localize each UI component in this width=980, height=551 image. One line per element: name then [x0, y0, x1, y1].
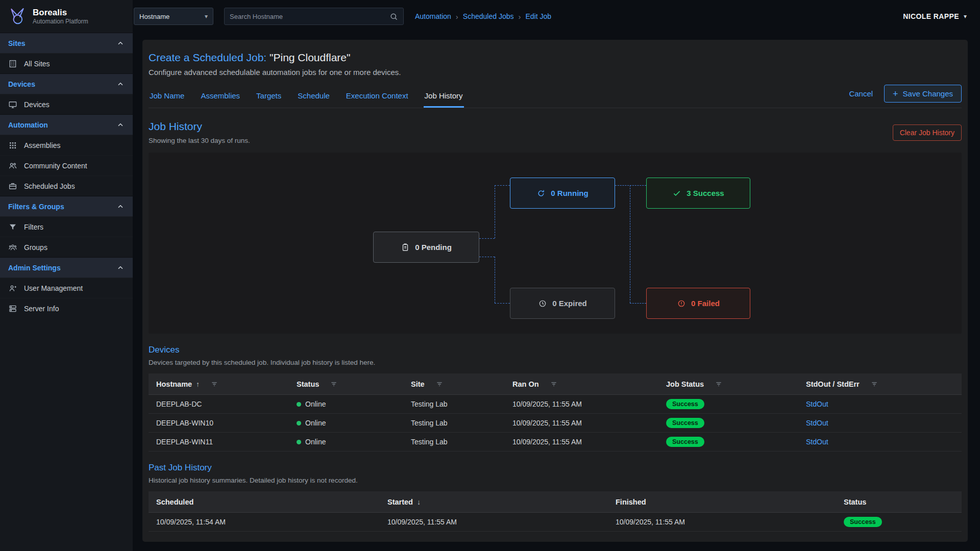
node-success[interactable]: 3 Success	[646, 178, 750, 209]
column-header-job-status[interactable]: Job Status	[658, 380, 798, 388]
section-label: Devices	[8, 80, 35, 88]
cell-finished: 10/09/2025, 11:55 AM	[608, 518, 836, 526]
filter-icon[interactable]	[550, 381, 557, 388]
column-header-status[interactable]: Status	[289, 380, 403, 388]
column-header-hostname[interactable]: Hostname ↑	[149, 380, 289, 388]
column-header-status[interactable]: Status	[836, 498, 962, 506]
cell-site: Testing Lab	[403, 419, 505, 427]
cell-hostname: DEEPLAB-WIN11	[149, 438, 289, 446]
sidebar-section-devices[interactable]: Devices	[0, 73, 133, 94]
filter-icon[interactable]	[436, 381, 443, 388]
sidebar-item-scheduled-jobs[interactable]: Scheduled Jobs	[0, 176, 133, 196]
stdout-link[interactable]: StdOut	[806, 419, 828, 427]
filters-icon	[8, 222, 17, 232]
tab-targets[interactable]: Targets	[255, 86, 282, 108]
sidebar-section-filters-groups[interactable]: Filters & Groups	[0, 196, 133, 216]
edge-running-success	[615, 185, 646, 186]
table-row: DEEPLAB-WIN10 Online Testing Lab 10/09/2…	[149, 414, 962, 433]
breadcrumb-scheduled-jobs[interactable]: Scheduled Jobs	[463, 12, 514, 20]
assemblies-icon	[8, 141, 17, 150]
cell-ran-on: 10/09/2025, 11:55 AM	[505, 400, 658, 408]
tab-bar: Job Name Assemblies Targets Schedule Exe…	[149, 85, 962, 108]
sidebar-item-label: Scheduled Jobs	[24, 182, 75, 190]
column-header-stdout-stderr[interactable]: StdOut / StdErr	[798, 380, 962, 388]
search-icon	[389, 12, 398, 21]
edge-pending-running	[495, 185, 495, 238]
table-row: DEEPLAB-WIN11 Online Testing Lab 10/09/2…	[149, 433, 962, 452]
sidebar-section-sites[interactable]: Sites	[0, 33, 133, 53]
edge-pending-expired	[495, 257, 495, 303]
cancel-button[interactable]: Cancel	[849, 89, 873, 98]
sidebar-item-groups[interactable]: Groups	[0, 237, 133, 257]
sidebar-item-user-management[interactable]: User Management	[0, 278, 133, 298]
online-status-dot	[297, 440, 301, 444]
tab-job-name[interactable]: Job Name	[149, 86, 185, 108]
breadcrumb: Automation › Scheduled Jobs › Edit Job	[415, 12, 551, 21]
tab-assemblies[interactable]: Assemblies	[200, 86, 241, 108]
sidebar-item-server-info[interactable]: Server Info	[0, 298, 133, 318]
hostname-dropdown[interactable]: Hostname ▾	[134, 8, 213, 25]
brand-header: Borealis Automation Platform	[0, 0, 133, 33]
status-badge: Success	[844, 517, 882, 527]
sidebar-item-community-content[interactable]: Community Content	[0, 155, 133, 176]
sidebar-section-automation[interactable]: Automation	[0, 114, 133, 135]
breadcrumb-automation[interactable]: Automation	[415, 12, 451, 20]
table-row: DEEPLAB-DC Online Testing Lab 10/09/2025…	[149, 395, 962, 414]
node-running[interactable]: 0 Running	[510, 178, 615, 209]
sidebar-item-filters[interactable]: Filters	[0, 216, 133, 237]
tab-job-history[interactable]: Job History	[424, 86, 464, 108]
past-job-history-heading: Past Job History	[149, 463, 962, 473]
chevron-up-icon	[116, 264, 125, 272]
filter-icon[interactable]	[715, 381, 722, 388]
cell-status: Online	[289, 438, 403, 446]
scheduled-jobs-icon	[8, 182, 17, 191]
borealis-logo	[7, 6, 28, 27]
column-header-site[interactable]: Site	[403, 380, 505, 388]
page-subtitle: Configure advanced schedulable automatio…	[149, 68, 962, 77]
edit-job-panel: Create a Scheduled Job: "Ping Cloudflare…	[142, 40, 968, 542]
tab-execution-context[interactable]: Execution Context	[345, 86, 409, 108]
filter-icon[interactable]	[330, 381, 337, 388]
devices-table-header: Hostname ↑ Status Site Ran On	[149, 373, 962, 395]
sidebar-item-label: Filters	[24, 223, 43, 231]
column-header-started[interactable]: Started ↓	[380, 498, 608, 506]
search-input[interactable]	[230, 13, 389, 20]
hostname-search[interactable]	[224, 8, 404, 25]
save-changes-button[interactable]: + Save Changes	[884, 85, 962, 103]
cell-started: 10/09/2025, 11:55 AM	[380, 518, 608, 526]
user-menu[interactable]: NICOLE RAPPE ▾	[903, 12, 967, 20]
stdout-link[interactable]: StdOut	[806, 438, 828, 446]
node-expired[interactable]: 0 Expired	[510, 288, 615, 319]
clear-job-history-button[interactable]: Clear Job History	[893, 124, 962, 141]
sidebar-item-label: User Management	[24, 284, 83, 292]
edge-running-failed	[630, 303, 646, 304]
chevron-up-icon	[116, 121, 125, 129]
breadcrumb-edit-job[interactable]: Edit Job	[525, 12, 551, 20]
sidebar-item-assemblies[interactable]: Assemblies	[0, 135, 133, 155]
column-header-finished[interactable]: Finished	[608, 498, 836, 506]
stdout-link[interactable]: StdOut	[806, 400, 828, 408]
filter-icon[interactable]	[871, 381, 878, 388]
sidebar: Borealis Automation Platform Sites All S…	[0, 0, 133, 551]
sidebar-item-label: All Sites	[24, 60, 50, 68]
sidebar-section-admin-settings[interactable]: Admin Settings	[0, 257, 133, 278]
node-failed-label: 0 Failed	[691, 299, 720, 308]
column-header-scheduled[interactable]: Scheduled	[149, 498, 380, 506]
section-label: Admin Settings	[8, 264, 61, 272]
cell-stdout: StdOut	[798, 400, 962, 408]
page-title-prefix: Create a Scheduled Job:	[149, 52, 266, 63]
node-pending[interactable]: 0 Pending	[373, 232, 479, 263]
sidebar-item-label: Server Info	[24, 305, 59, 313]
cell-site: Testing Lab	[403, 438, 505, 446]
sidebar-item-label: Assemblies	[24, 141, 61, 149]
node-failed[interactable]: 0 Failed	[646, 288, 750, 319]
brand-tagline: Automation Platform	[33, 18, 88, 25]
column-header-ran-on[interactable]: Ran On	[505, 380, 658, 388]
edge-pending-running	[495, 185, 510, 186]
page-title: Create a Scheduled Job: "Ping Cloudflare…	[149, 51, 962, 64]
page-title-job-name: "Ping Cloudflare"	[270, 52, 351, 63]
tab-schedule[interactable]: Schedule	[297, 86, 331, 108]
sidebar-item-all-sites[interactable]: All Sites	[0, 53, 133, 73]
filter-icon[interactable]	[211, 381, 218, 388]
sidebar-item-devices[interactable]: Devices	[0, 94, 133, 114]
